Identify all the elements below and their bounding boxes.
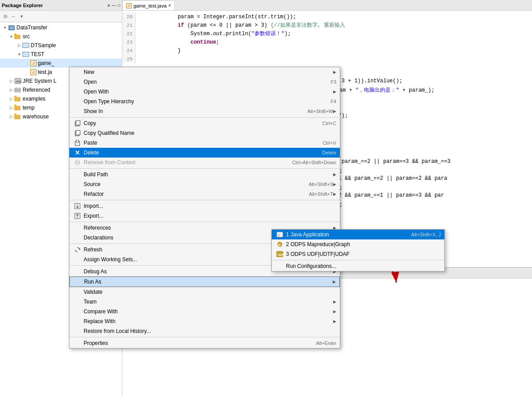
tree-item-src[interactable]: ▾ src (0, 32, 122, 41)
menu-item-validate[interactable]: Validate (69, 287, 340, 297)
menu-item-source[interactable]: Source Alt+Shift+S ▶ (69, 179, 340, 189)
java-app-icon: J (275, 231, 284, 238)
expand-arrow-dtsample: ▷ (16, 43, 22, 48)
menu-label-open-type: Open Type Hierarchy (84, 98, 322, 105)
tab-java-icon: J (126, 3, 132, 8)
submenu-item-run-config[interactable]: Run Configurations... (272, 261, 444, 271)
menu-item-export[interactable]: Export... (69, 211, 340, 221)
svg-text:J: J (278, 233, 280, 237)
menu-item-open[interactable]: Open F3 (69, 77, 340, 87)
compare-with-icon (73, 308, 82, 315)
expand-arrow-examples: ▷ (8, 97, 14, 101)
panel-title: Package Explorer (2, 3, 105, 8)
line-num-20: 20 (122, 12, 136, 21)
submenu-item-odps-mapreduce[interactable]: M 2 ODPS Mapreduce|Graph (272, 239, 444, 249)
tab-close-icon[interactable]: × (169, 3, 171, 8)
svg-text:JRE: JRE (16, 80, 21, 84)
menu-item-properties[interactable]: Properties Alt+Enter (69, 338, 340, 348)
properties-icon (73, 340, 82, 347)
shortcut-source: Alt+Shift+S (309, 182, 333, 187)
menu-label-validate: Validate (84, 289, 336, 295)
minimize-icon[interactable]: — (112, 3, 116, 8)
menu-label-restore: Restore from Local History... (84, 328, 336, 334)
submenu-label-odps-udf: 3 ODPS UDF|UDTF|UDAF (286, 251, 441, 257)
submenu-arrow-open-with: ▶ (333, 89, 336, 94)
source-icon (73, 181, 82, 188)
svg-rect-16 (14, 113, 16, 115)
submenu-arrow-run-as: ▶ (333, 280, 336, 284)
tree-label-game-test: game_ (38, 60, 54, 66)
team-icon (73, 298, 82, 305)
line-num-23: 23 (122, 38, 136, 46)
menu-item-new[interactable]: New ▶ (69, 67, 340, 77)
shortcut-open: F3 (330, 79, 336, 85)
separator-2 (69, 168, 340, 169)
tree-item-dtsample[interactable]: ▷ DTSample (0, 41, 122, 50)
svg-rect-11 (14, 97, 20, 101)
menu-item-replace-with[interactable]: Replace With ▶ (69, 316, 340, 326)
tree-label-examples: examples (23, 96, 45, 102)
maximize-icon[interactable]: □ (118, 3, 120, 8)
menu-item-build-path[interactable]: Build Path ▶ (69, 170, 340, 179)
submenu-arrow-compare: ▶ (333, 309, 336, 314)
shortcut-open-type: F4 (330, 99, 336, 104)
tree-label-jre: JRE System L (23, 78, 56, 84)
code-line-20: 20 param = Integer.parseInt(str.trim()); (122, 12, 532, 21)
editor-tab-game-test[interactable]: J game_test.java × (122, 0, 175, 10)
collapse-all-button[interactable]: ⊟ (2, 13, 9, 20)
code-line-24: 24 } (122, 46, 532, 55)
tree-item-test[interactable]: ▾ TEST (0, 50, 122, 59)
menu-item-paste[interactable]: Paste Ctrl+V (69, 138, 340, 148)
menu-item-restore[interactable]: Restore from Local History... (69, 326, 340, 336)
menu-item-copy[interactable]: Copy Ctrl+C (69, 118, 340, 128)
import-icon (73, 203, 82, 210)
link-with-editor-button[interactable]: ↔ (10, 13, 17, 20)
tree-item-game-test[interactable]: J game_ (0, 59, 122, 68)
submenu-item-java-app[interactable]: J 1 Java Application Alt+Shift+X, J (272, 230, 444, 239)
menu-label-show-in: Show In (84, 108, 298, 114)
menu-item-run-as[interactable]: Run As ▶ (69, 276, 340, 287)
view-menu-button[interactable]: ▾ (18, 13, 25, 20)
run-as-submenu: J 1 Java Application Alt+Shift+X, J M 2 … (271, 229, 445, 271)
menu-item-refactor[interactable]: Refactor Alt+Shift+T ▶ (69, 189, 340, 199)
src-folder-icon (14, 33, 21, 40)
shortcut-show-in: Alt+Shift+W (307, 109, 333, 114)
menu-label-copy-qualified: Copy Qualified Name (84, 130, 336, 136)
assign-icon (73, 256, 82, 263)
shortcut-properties: Alt+Enter (316, 340, 336, 346)
export-icon (73, 212, 82, 219)
folder-icon-examples (14, 96, 21, 102)
tree-item-datatransfer[interactable]: ▾ DataTransfer (0, 23, 122, 32)
menu-item-show-in[interactable]: Show In Alt+Shift+W ▶ (69, 106, 340, 116)
refresh-icon (73, 246, 82, 253)
submenu-item-odps-udf[interactable]: UDF 3 ODPS UDF|UDTF|UDAF (272, 249, 444, 259)
menu-item-remove-context[interactable]: Remove from Context Ctrl+Alt+Shift+Down (69, 158, 340, 167)
menu-item-open-type-hierarchy[interactable]: Open Type Hierarchy F4 (69, 97, 340, 106)
panel-toolbar: ⊟ ↔ ▾ (0, 11, 122, 22)
tree-label-temp: temp (23, 105, 35, 111)
odps-udf-icon: UDF (275, 251, 284, 258)
menu-item-compare-with[interactable]: Compare With ▶ (69, 307, 340, 316)
menu-item-import[interactable]: Import... (69, 201, 340, 211)
remove-icon (73, 159, 82, 166)
menu-label-delete: Delete (84, 150, 313, 156)
menu-item-open-with[interactable]: Open With ▶ (69, 87, 340, 97)
open-type-icon (73, 98, 82, 105)
menu-label-open-with: Open With (84, 89, 333, 95)
expand-arrow-src: ▾ (8, 34, 14, 39)
paste-icon (73, 139, 82, 146)
java-file-icon-test: J (30, 69, 36, 75)
tree-label-warehouse: warehouse (23, 113, 49, 120)
restore-icon (73, 328, 82, 335)
show-in-icon (73, 108, 82, 115)
close-icon[interactable]: × (107, 3, 110, 8)
menu-item-delete[interactable]: ✕ Delete Delete (69, 148, 340, 158)
run-config-icon (275, 263, 284, 270)
shortcut-remove: Ctrl+Alt+Shift+Down (292, 160, 336, 165)
menu-label-compare-with: Compare With (84, 308, 333, 315)
submenu-arrow-source: ▶ (333, 182, 336, 186)
shortcut-delete: Delete (322, 150, 336, 155)
package-icon (22, 42, 29, 49)
menu-item-copy-qualified[interactable]: Copy Qualified Name (69, 128, 340, 138)
menu-item-team[interactable]: Team ▶ (69, 297, 340, 307)
